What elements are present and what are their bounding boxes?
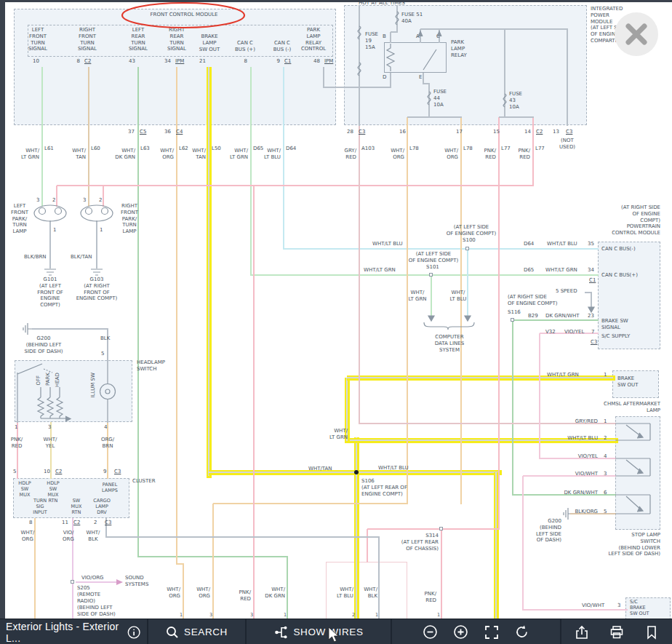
diagram-label: IPM <box>324 58 333 65</box>
print-button[interactable] <box>602 619 632 644</box>
diagram-label: CAN C BUS (-) <box>266 40 298 53</box>
diagram-title-button[interactable]: Exterior Lights - Exterior L... <box>0 619 147 644</box>
diagram-label: VIO/WHT <box>557 471 598 477</box>
diagram-label: L77 <box>535 146 545 152</box>
diagram-label: C2 <box>55 469 62 475</box>
diagram-label: D64 <box>286 146 296 152</box>
wire-segment <box>428 84 430 118</box>
close-icon <box>615 12 658 56</box>
diagram-label: 1 <box>437 612 440 618</box>
diagram-label: FUSE 19 15A <box>365 31 378 50</box>
wire-segment <box>212 504 214 621</box>
wire-segment <box>513 319 599 321</box>
headlamp-switch-box <box>15 360 132 422</box>
diagram-label: WHT/ ORG <box>187 587 210 600</box>
wire-segment <box>539 333 540 459</box>
wire-segment <box>390 32 391 43</box>
diagram-label: 15 <box>493 129 500 135</box>
diagram-label: WHT/ ORG <box>380 148 404 161</box>
diagram-label: S205 (REMOTE RADIO) <box>77 585 100 604</box>
top-edge-strip <box>0 0 672 2</box>
wire-segment <box>591 293 592 311</box>
wire-segment <box>367 528 500 530</box>
wire-segment <box>176 67 177 565</box>
diagram-label: HEADLAMP SWITCH <box>137 359 165 373</box>
diagram-label: 3 <box>617 603 620 609</box>
zoom-in-button[interactable] <box>446 619 476 644</box>
diagram-label: 4 <box>104 424 107 431</box>
diagram-label: (NOT USED) <box>551 138 583 151</box>
diagram-label: B <box>383 33 386 40</box>
diagram-label: WHT/ BLK <box>356 587 377 600</box>
diagram-label: GRY/RED <box>560 418 598 425</box>
diagram-label: VIO/YEL <box>564 329 584 335</box>
diagram-label: PNK/ RED <box>4 437 29 450</box>
diagram-label: 34 <box>588 267 594 274</box>
wire-segment <box>49 220 51 269</box>
wire-core <box>495 472 496 621</box>
diagram-label: L78 <box>409 146 419 152</box>
pcm-title: (AT RIGHT SIDE OF ENGINE COMPT) POWERTRA… <box>575 204 660 236</box>
diagram-label: L50 <box>212 146 221 152</box>
wire-core <box>208 67 209 476</box>
diagram-label: CAN C BUS(+) <box>601 272 638 279</box>
diagram-label: BLK/ORG <box>557 509 598 515</box>
wire-segment <box>96 220 97 269</box>
park-lamp-relay-box <box>384 42 447 73</box>
wire-segment <box>499 116 534 118</box>
search-button[interactable]: SEARCH <box>147 619 245 644</box>
diagram-label: WHT/LT BLU <box>372 241 403 247</box>
wire-segment <box>323 67 324 88</box>
diagram-label: WHT/ ORG <box>433 148 458 161</box>
zoom-out-button[interactable] <box>415 619 445 644</box>
diagram-label: BLK/TAN <box>71 254 92 261</box>
diagram-label: 2 <box>99 197 102 204</box>
bookmark-button[interactable] <box>637 619 667 644</box>
diagram-label: V32 <box>545 329 556 335</box>
diagram-label: WHT/LT BLU <box>547 241 577 247</box>
diagram-label: BLK <box>100 335 110 342</box>
fit-screen-button[interactable] <box>476 619 506 644</box>
wire-segment <box>504 29 505 118</box>
show-wires-button[interactable]: SHOW WIRES <box>245 619 391 644</box>
info-icon[interactable] <box>127 624 141 640</box>
wire-segment <box>431 275 432 319</box>
wire-segment <box>253 186 255 621</box>
integrated-power-module-box <box>344 5 587 125</box>
diagram-label: FUSE 44 10A <box>433 89 447 108</box>
diagram-label: D65 <box>524 267 534 274</box>
diagram-label: SOUND SYSTEMS <box>125 575 148 588</box>
wire-segment <box>76 581 117 583</box>
diagram-label: PNK/ RED <box>471 148 496 161</box>
close-button[interactable] <box>615 12 658 56</box>
diagram-label: HEAD <box>55 373 61 387</box>
diagram-label: VIO/ORG <box>81 575 104 581</box>
wire-segment <box>57 185 534 186</box>
diagram-label: G101 (AT LEFT FRONT OF ENGINE COMPT) <box>32 277 68 309</box>
diagram-label: 3 <box>83 197 86 204</box>
diagram-label: STOP LAMP SWITCH (BEHIND LOWER LEFT SIDE… <box>575 532 660 557</box>
diagram-label: G103 (AT RIGHT FRONT OF ENGINE COMPT) <box>73 277 121 302</box>
diagram-label: (AT LEFT SIDE OF ENGINE COMPT) <box>431 224 512 237</box>
diagram-label: WHT/ BLK <box>81 530 105 543</box>
diagram-label: 3 <box>604 471 607 477</box>
wiring-diagram-canvas[interactable]: FRONT CONTROL MODULEHOT AT ALL TIMESLEFT… <box>0 0 672 619</box>
wire-segment <box>390 73 391 88</box>
wire-segment <box>107 329 108 361</box>
diagram-label: WHT/ ORG <box>16 530 39 543</box>
wire-segment <box>56 186 57 207</box>
diagram-label: 2 <box>52 197 55 204</box>
export-button[interactable] <box>567 619 596 644</box>
diagram-label: COMPUTER DATA LINES SYSTEM <box>426 334 473 353</box>
diagram-label: S106 (AT LEFT REAR OF ENGINE COMPT) <box>361 478 407 497</box>
diagram-label: ILLUM SW <box>90 373 97 397</box>
rotate-reset-button[interactable] <box>507 619 537 644</box>
diagram-label: A103 <box>361 146 375 152</box>
diagram-label: WHT/ TAN <box>63 148 86 161</box>
diagram-label: 3 <box>48 424 51 431</box>
wire-segment <box>407 116 462 118</box>
diagram-label: C4 <box>176 129 183 135</box>
diagram-label: WHT/ LT GRN <box>323 428 348 441</box>
diagram-label: RIGHT FRONT TURN SIGNAL <box>71 27 103 52</box>
splice-s100 <box>465 247 469 250</box>
